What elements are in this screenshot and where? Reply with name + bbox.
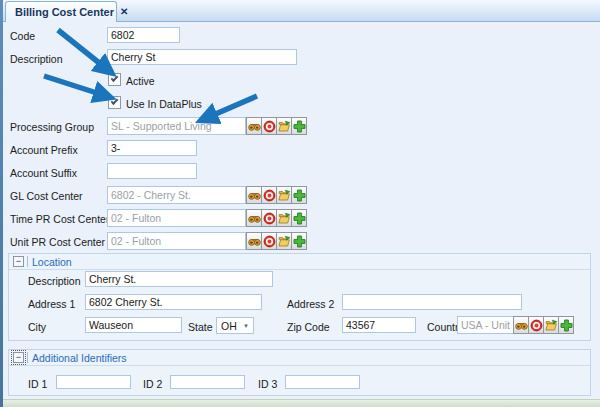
arrow-to-active-checkbox	[58, 30, 103, 66]
processing-group-label: Processing Group	[10, 121, 94, 133]
city-label: City	[28, 321, 46, 333]
lookup-clear-button[interactable]	[261, 232, 277, 250]
id3-input[interactable]	[285, 375, 360, 389]
state-value: OH	[217, 320, 239, 332]
city-input[interactable]	[85, 317, 182, 333]
gl-cost-center-lookup-buttons	[247, 186, 307, 204]
red-clear-icon	[263, 120, 276, 133]
binoculars-icon	[248, 120, 261, 133]
lookup-add-button[interactable]	[291, 117, 307, 135]
green-plus-icon	[293, 189, 306, 202]
lookup-add-button[interactable]	[291, 209, 307, 227]
lookup-search-button[interactable]	[513, 316, 529, 334]
code-label: Code	[10, 30, 35, 42]
unit-pr-cost-center-input[interactable]	[107, 232, 246, 250]
location-group-header: − Location	[9, 254, 590, 270]
lookup-open-button[interactable]	[543, 316, 559, 334]
state-label: State	[188, 321, 213, 333]
window-left-edge	[0, 0, 3, 407]
address1-input[interactable]	[85, 294, 262, 310]
divider	[27, 352, 28, 363]
checkmark-icon	[111, 74, 119, 82]
zip-code-label: Zip Code	[287, 321, 330, 333]
lookup-search-button[interactable]	[246, 117, 262, 135]
code-input[interactable]	[107, 27, 180, 43]
red-clear-icon	[263, 189, 276, 202]
description-label: Description	[10, 53, 63, 65]
processing-group-lookup-buttons	[247, 117, 307, 135]
lookup-open-button[interactable]	[276, 232, 292, 250]
red-clear-icon	[263, 235, 276, 248]
tab-billing-cost-center[interactable]: Billing Cost Center ✕	[5, 1, 117, 22]
lookup-add-button[interactable]	[291, 186, 307, 204]
tab-close-icon[interactable]: ✕	[120, 7, 128, 17]
id1-input[interactable]	[56, 375, 131, 389]
billing-cost-center-window: Billing Cost Center ✕ Code Description A…	[0, 0, 600, 407]
unit-pr-cost-center-lookup-buttons	[247, 232, 307, 250]
green-plus-icon	[293, 120, 306, 133]
lookup-open-button[interactable]	[276, 209, 292, 227]
location-group-title: Location	[32, 256, 72, 268]
lookup-add-button[interactable]	[291, 232, 307, 250]
open-folder-icon	[278, 120, 291, 133]
address2-label: Address 2	[287, 298, 334, 310]
time-pr-cost-center-lookup-buttons	[247, 209, 307, 227]
location-description-input[interactable]	[85, 271, 273, 287]
arrow-to-use-in-dataplus-checkbox	[44, 76, 100, 94]
active-checkbox[interactable]	[108, 73, 121, 86]
lookup-clear-button[interactable]	[261, 117, 277, 135]
divider	[27, 256, 28, 267]
id2-input[interactable]	[170, 375, 245, 389]
collapse-location-button[interactable]: −	[13, 256, 24, 267]
lookup-open-button[interactable]	[276, 186, 292, 204]
lookup-search-button[interactable]	[246, 209, 262, 227]
binoculars-icon	[248, 235, 261, 248]
account-suffix-label: Account Suffix	[10, 167, 77, 179]
description-input[interactable]	[107, 49, 297, 65]
additional-identifiers-group-header: − Additional Identifiers	[9, 350, 590, 366]
lookup-search-button[interactable]	[246, 232, 262, 250]
binoculars-icon	[515, 319, 528, 332]
red-clear-icon	[530, 319, 543, 332]
account-prefix-label: Account Prefix	[10, 144, 78, 156]
lookup-clear-button[interactable]	[261, 209, 277, 227]
lookup-search-button[interactable]	[246, 186, 262, 204]
binoculars-icon	[248, 189, 261, 202]
lookup-clear-button[interactable]	[261, 186, 277, 204]
lookup-open-button[interactable]	[276, 117, 292, 135]
id3-label: ID 3	[258, 378, 277, 390]
processing-group-input[interactable]	[107, 117, 246, 135]
open-folder-icon	[278, 189, 291, 202]
lookup-clear-button[interactable]	[528, 316, 544, 334]
id1-label: ID 1	[28, 378, 47, 390]
zip-code-input[interactable]	[342, 317, 416, 333]
window-bottom-edge	[3, 399, 600, 407]
open-folder-icon	[545, 319, 558, 332]
address2-input[interactable]	[342, 294, 522, 310]
address1-label: Address 1	[28, 298, 75, 310]
active-label: Active	[126, 75, 155, 87]
checkmark-icon	[111, 97, 119, 105]
country-input[interactable]	[457, 316, 514, 334]
time-pr-cost-center-label: Time PR Cost Center	[10, 213, 109, 225]
use-in-dataplus-label: Use In DataPlus	[126, 98, 202, 110]
red-clear-icon	[263, 212, 276, 225]
gl-cost-center-label: GL Cost Center	[10, 190, 83, 202]
gl-cost-center-input[interactable]	[107, 186, 246, 204]
state-select[interactable]: OH ▼	[216, 317, 254, 334]
tab-title: Billing Cost Center	[15, 6, 114, 18]
use-in-dataplus-checkbox[interactable]	[108, 96, 121, 109]
binoculars-icon	[248, 212, 261, 225]
collapse-additional-identifiers-button[interactable]: −	[13, 352, 24, 363]
id2-label: ID 2	[143, 378, 162, 390]
arrow-to-processing-group-field	[211, 96, 257, 116]
account-prefix-input[interactable]	[107, 140, 197, 156]
tab-bar: Billing Cost Center ✕	[3, 0, 600, 22]
chevron-down-icon: ▼	[239, 323, 253, 329]
location-description-label: Description	[28, 275, 81, 287]
time-pr-cost-center-input[interactable]	[107, 209, 246, 227]
green-plus-icon	[293, 235, 306, 248]
open-folder-icon	[278, 235, 291, 248]
account-suffix-input[interactable]	[107, 163, 197, 179]
lookup-add-button[interactable]	[558, 316, 574, 334]
